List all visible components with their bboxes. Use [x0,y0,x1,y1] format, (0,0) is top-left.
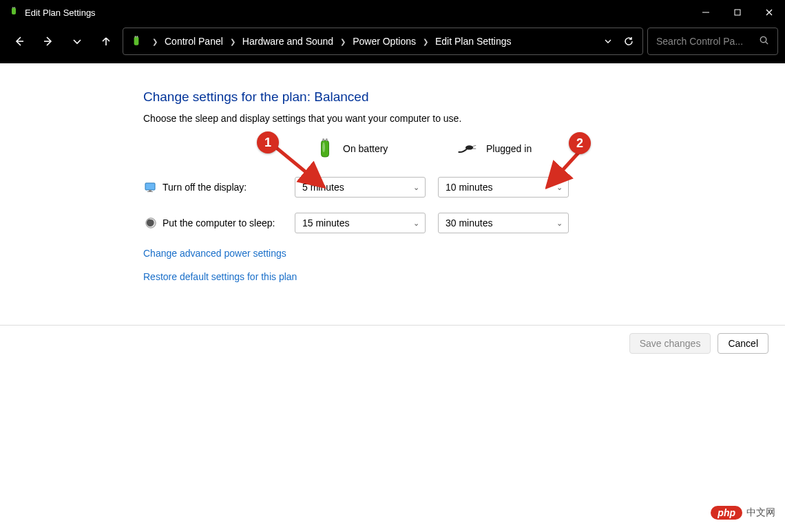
app-icon [8,7,19,18]
chevron-down-icon[interactable] [601,37,615,45]
plug-icon [457,138,479,160]
svg-line-13 [766,42,768,44]
svg-point-12 [760,36,766,42]
sleep-battery-select[interactable]: 15 minutes ⌄ [295,213,426,233]
column-label-battery: On battery [343,143,388,154]
recent-locations-button[interactable] [65,29,90,54]
refresh-button[interactable] [622,36,636,47]
setting-row-sleep: Put the computer to sleep: 15 minutes ⌄ … [143,212,785,234]
search-icon [759,35,769,47]
display-icon [143,180,158,195]
sleep-plugged-select[interactable]: 30 minutes ⌄ [438,213,569,233]
watermark-text: 中文网 [746,507,775,519]
annotation-badge-1: 1 [257,131,279,153]
chevron-right-icon: ❯ [337,38,348,45]
column-label-plugged: Plugged in [486,143,532,154]
row-label-sleep: Put the computer to sleep: [163,217,295,228]
page-heading: Change settings for the plan: Balanced [143,89,785,105]
svg-rect-23 [149,190,151,191]
breadcrumb-item[interactable]: Control Panel [165,36,223,47]
content-area: Change settings for the plan: Balanced C… [0,63,785,325]
breadcrumb-item[interactable]: Power Options [353,36,416,47]
svg-rect-24 [147,191,153,192]
footer-bar: Save changes Cancel [0,325,785,361]
watermark: php 中文网 [711,506,775,520]
svg-rect-0 [12,8,16,14]
chevron-down-icon: ⌄ [556,219,563,228]
cancel-button[interactable]: Cancel [718,333,768,354]
sleep-icon [143,215,158,231]
search-placeholder: Search Control Pa... [656,36,753,47]
svg-line-20 [472,145,476,147]
page-subtext: Choose the sleep and display settings th… [143,113,785,124]
svg-point-19 [465,145,473,149]
watermark-pill: php [711,506,742,520]
back-button[interactable] [7,29,32,54]
advanced-settings-link[interactable]: Change advanced power settings [143,248,785,259]
up-button[interactable] [94,29,118,54]
battery-icon [130,35,143,47]
svg-rect-4 [735,10,740,15]
svg-rect-1 [12,7,14,8]
title-bar: Edit Plan Settings [0,0,785,25]
chevron-down-icon: ⌄ [413,183,419,192]
svg-line-27 [550,153,578,184]
svg-rect-11 [137,36,138,37]
annotation-arrow-2 [545,149,587,193]
breadcrumb-item[interactable]: Hardware and Sound [242,36,333,47]
svg-rect-22 [145,183,155,190]
save-changes-button[interactable]: Save changes [629,333,711,354]
search-input[interactable]: Search Control Pa... [647,28,778,55]
chevron-down-icon: ⌄ [413,219,419,228]
nav-bar: ❯ Control Panel ❯ Hardware and Sound ❯ P… [0,25,785,63]
svg-line-26 [274,146,321,184]
chevron-right-icon: ❯ [227,38,238,45]
window-title: Edit Plan Settings [25,8,96,18]
minimize-button[interactable] [690,0,722,25]
breadcrumb-item[interactable]: Edit Plan Settings [435,36,512,47]
forward-button[interactable] [36,29,61,54]
close-button[interactable] [753,0,785,25]
chevron-right-icon: ❯ [420,38,431,45]
annotation-badge-2: 2 [569,132,591,154]
svg-rect-2 [14,7,16,8]
setting-row-display: Turn off the display: 5 minutes ⌄ 10 min… [143,176,785,198]
breadcrumb[interactable]: ❯ Control Panel ❯ Hardware and Sound ❯ P… [123,28,643,55]
chevron-right-icon: ❯ [149,38,160,45]
svg-rect-9 [134,36,139,45]
restore-defaults-link[interactable]: Restore default settings for this plan [143,271,785,282]
maximize-button[interactable] [722,0,753,25]
svg-rect-10 [135,36,136,37]
